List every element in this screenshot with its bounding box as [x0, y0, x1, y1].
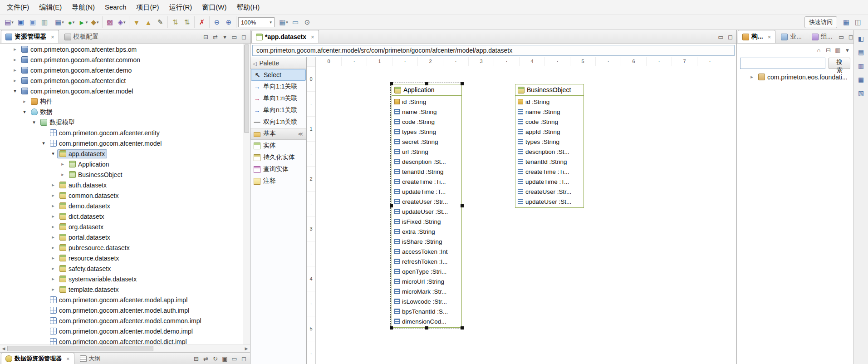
menu-item[interactable]: 帮助(H) — [232, 0, 265, 15]
entity-attribute[interactable]: createUser :Str... — [515, 187, 584, 197]
tree-item[interactable]: com.primeton.gocom.afcenter.model.dict.i… — [0, 336, 243, 344]
selection-handle[interactable] — [425, 326, 428, 330]
selection-handle[interactable] — [461, 204, 464, 207]
tree-expander-icon[interactable] — [11, 46, 19, 52]
menu-item[interactable]: Search — [100, 0, 132, 15]
menu-item[interactable]: 项目(P) — [132, 0, 164, 15]
tree-expander-icon[interactable] — [49, 203, 57, 209]
print-button[interactable]: ▥ — [39, 17, 50, 28]
maximize-view-button[interactable]: ◻ — [240, 33, 248, 41]
zoom-in-button[interactable]: ⊕ — [223, 17, 234, 28]
menu-item[interactable]: 文件(F) — [2, 0, 34, 15]
run-button[interactable]: ► — [78, 17, 88, 28]
entity-attribute[interactable]: tenantId :String — [515, 157, 584, 167]
external-tools-button[interactable]: ◆ — [89, 17, 100, 28]
tree-expander-icon[interactable] — [11, 57, 19, 63]
tree-item[interactable]: Application — [0, 159, 243, 169]
palette-tool[interactable]: 实体 — [250, 140, 306, 152]
palette-tool[interactable]: 基本 — [250, 128, 306, 140]
export-button[interactable]: ▲ — [143, 17, 154, 28]
entity-attribute[interactable]: updateUser :St... — [392, 207, 461, 216]
open-perspective-button[interactable]: ▦ — [841, 17, 852, 28]
selection-handle[interactable] — [461, 82, 464, 85]
console-button[interactable]: ▦ — [54, 17, 65, 28]
tree-expander-icon[interactable] — [59, 161, 67, 167]
entity-attribute[interactable]: url :String — [392, 147, 461, 157]
layout-grid-button[interactable]: ▦ — [278, 17, 289, 28]
tree-expander-icon[interactable] — [49, 234, 57, 240]
tree-expander-icon[interactable] — [49, 255, 57, 261]
tree-expander-icon[interactable] — [49, 151, 57, 157]
collapse-all-button[interactable]: ⊟ — [192, 354, 201, 363]
minimize-editor-button[interactable]: ▭ — [716, 33, 725, 41]
tree-expander-icon[interactable] — [59, 172, 67, 177]
zoom-combo[interactable]: 100%▾ — [238, 17, 275, 27]
tree-expander-icon[interactable] — [748, 74, 756, 80]
minimize-view-button[interactable]: ▭ — [837, 33, 846, 41]
palette-tool[interactable]: 单向1:1关联 — [250, 81, 306, 93]
entity-attribute[interactable]: updateTime :T... — [515, 177, 584, 187]
tree-expander-icon[interactable] — [11, 78, 19, 84]
tree-item[interactable]: com.primeton.gocom.afcenter.dict — [0, 75, 243, 86]
tree-expander-icon[interactable] — [49, 224, 57, 230]
entity-attribute[interactable]: name :String — [515, 107, 584, 117]
entity-attribute[interactable]: updateTime :T... — [392, 187, 461, 197]
palette-tool[interactable]: 单向1:n关联 — [250, 93, 306, 104]
tree-item[interactable]: auth.datasetx — [0, 180, 243, 190]
tree-expander-icon[interactable] — [49, 276, 57, 282]
view-menu-button[interactable]: ▾ — [221, 33, 229, 41]
entity-attribute[interactable]: createTime :Ti... — [392, 177, 461, 187]
tree-item[interactable]: com.primeton.gocom.afcenter.model — [0, 138, 243, 148]
view-tab[interactable]: 模板配置 — [60, 30, 103, 43]
tree-item[interactable]: 构件 — [0, 96, 243, 107]
quick-access-button[interactable]: 快速访问 — [804, 16, 837, 28]
debug-button[interactable]: ● — [66, 17, 77, 28]
tree-item[interactable]: org.datasetx — [0, 221, 243, 232]
collapse-all-button[interactable]: ⊟ — [201, 33, 210, 41]
entity-attribute[interactable]: createUser :Str... — [392, 197, 461, 207]
tree-expander-icon[interactable] — [20, 109, 29, 115]
selection-handle[interactable] — [390, 82, 393, 85]
tree-expander-icon[interactable] — [30, 119, 38, 125]
editor-tab[interactable]: *app.datasetx — [251, 30, 319, 43]
entity-attribute[interactable]: types :String — [392, 127, 461, 137]
tree-horizontal-scrollbar[interactable] — [0, 344, 250, 352]
previous-annotation-button[interactable]: ⇅ — [170, 17, 181, 28]
coverage-button[interactable]: ▩ — [104, 17, 115, 28]
search-button[interactable]: 搜索 — [829, 58, 850, 69]
tree-expander-icon[interactable] — [49, 286, 57, 292]
entity-attribute[interactable]: tenantId :String — [392, 167, 461, 177]
selection-handle[interactable] — [461, 326, 464, 330]
snippets-view-button[interactable]: ▧ — [856, 88, 866, 98]
entity-attribute[interactable]: createTime :Ti... — [515, 167, 584, 177]
tree-item[interactable]: com.primeton.gocom.afcenter.bps.om — [0, 44, 243, 54]
zoom-out-button[interactable]: ⊖ — [211, 17, 222, 28]
snapshot-button[interactable]: ▭ — [290, 17, 301, 28]
tree-vertical-scrollbar[interactable] — [243, 44, 250, 344]
entity-attribute[interactable]: microMark :Str... — [392, 286, 461, 296]
view-tab[interactable]: 构... — [738, 30, 775, 43]
entity-attribute[interactable]: updateUser :St... — [515, 197, 584, 207]
outline-view-button[interactable]: ▦ — [856, 74, 866, 84]
tree-item[interactable]: com.primeton.gocom.afcenter.model.app.im… — [0, 295, 243, 305]
next-annotation-button[interactable]: ⇅ — [181, 17, 192, 28]
refresh-button[interactable]: ↻ — [211, 354, 220, 363]
entity-attribute[interactable]: isShare :String — [392, 236, 461, 246]
entity-attribute[interactable]: name :String — [392, 107, 461, 117]
palette-tool[interactable]: Select — [251, 69, 306, 81]
entity-attribute[interactable]: description :St... — [392, 157, 461, 167]
scrollbar-thumb[interactable] — [244, 44, 249, 133]
tree-item[interactable]: common.datasetx — [0, 190, 243, 201]
entity-attribute[interactable]: accessToken :Int — [392, 246, 461, 256]
view-tab[interactable]: 业... — [776, 30, 806, 43]
tree-item[interactable]: com.primeton.eos.foundati... — [737, 72, 853, 82]
tree-item[interactable]: resource.datasetx — [0, 253, 243, 263]
menu-item[interactable]: 编辑(E) — [34, 0, 67, 15]
breadcrumb[interactable]: com.primeton.gocom.afcenter.model/src/co… — [252, 45, 735, 56]
tree-item[interactable]: pubresource.datasetx — [0, 242, 243, 253]
collapse-palette-icon[interactable] — [253, 59, 256, 67]
tree-expander-icon[interactable] — [11, 88, 19, 94]
maximize-view-button[interactable]: ◻ — [240, 354, 248, 363]
tree-item[interactable]: 数据 — [0, 107, 243, 117]
tree-item[interactable]: 数据模型 — [0, 117, 243, 128]
